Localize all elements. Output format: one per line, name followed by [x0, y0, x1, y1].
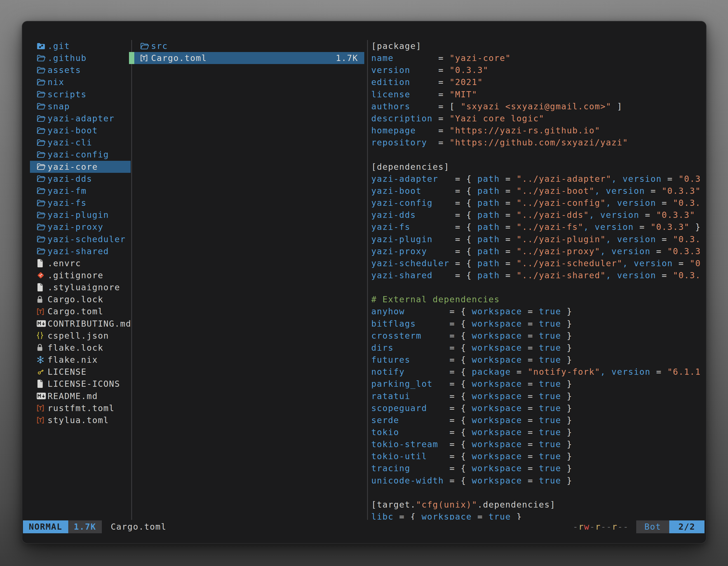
folder-icon: [36, 114, 48, 123]
row-readme-md[interactable]: README.md: [30, 390, 131, 402]
file-name: README.md: [48, 390, 98, 402]
row-contributing-md[interactable]: CONTRIBUTING.md: [30, 318, 131, 330]
file-size: 1.7K: [336, 52, 358, 64]
file-name: .gitignore: [48, 269, 104, 281]
row-yazi-proxy[interactable]: yazi-proxy: [30, 221, 131, 233]
row-license[interactable]: LICENSE: [30, 366, 131, 378]
row-yazi-shared[interactable]: yazi-shared: [30, 245, 131, 257]
selection-marker: [129, 40, 134, 52]
preview-line: name = "yazi-core": [371, 52, 706, 64]
file-name: yazi-fs: [48, 197, 87, 209]
file-name: yazi-fm: [48, 185, 87, 197]
file-name: yazi-scheduler: [48, 233, 126, 245]
row-yazi-fm[interactable]: yazi-fm: [30, 185, 131, 197]
file-size-indicator: 1.7K: [68, 520, 102, 533]
file-name: .envrc: [48, 257, 81, 269]
row-yazi-adapter[interactable]: yazi-adapter: [30, 112, 131, 125]
git-icon: [36, 271, 48, 280]
row-yazi-core[interactable]: yazi-core: [30, 161, 131, 173]
preview-line: [dependencies]: [371, 161, 706, 173]
row-stylua-toml[interactable]: stylua.toml: [30, 414, 131, 426]
file-name: stylua.toml: [48, 414, 109, 426]
preview-line: ratatui = { workspace = true }: [371, 390, 706, 402]
file-icon: [36, 283, 48, 292]
toml-icon: [36, 404, 48, 412]
file-name: yazi-proxy: [48, 221, 104, 233]
row-github[interactable]: .github: [30, 52, 131, 64]
file-name: nix: [48, 76, 64, 88]
preview-line: [371, 487, 706, 499]
file-icon: [36, 259, 48, 268]
row-yazi-scheduler[interactable]: yazi-scheduler: [30, 233, 131, 245]
preview-line: repository = "https://github.com/sxyazi/…: [371, 137, 706, 149]
row-yazi-config[interactable]: yazi-config: [30, 149, 131, 161]
file-name: yazi-config: [48, 149, 109, 161]
row-cargo-toml[interactable]: Cargo.toml: [30, 305, 131, 317]
row-styluaignore[interactable]: .styluaignore: [30, 281, 131, 293]
row-yazi-plugin[interactable]: yazi-plugin: [30, 209, 131, 221]
row-license-icons[interactable]: LICENSE-ICONS: [30, 378, 131, 390]
file-name: yazi-plugin: [48, 209, 109, 221]
preview-line: yazi-config = { path = "../yazi-config",…: [371, 197, 706, 209]
status-bar: NORMAL 1.7K Cargo.toml -rw-r--r-- Bot 2/…: [23, 520, 704, 533]
folder-icon: [36, 187, 48, 195]
parent-pane: .git.githubassetsnixscriptssnapyazi-adap…: [30, 40, 131, 520]
preview-line: [371, 281, 706, 293]
toml-icon: [140, 54, 151, 62]
row-snap[interactable]: snap: [30, 100, 131, 112]
file-name: src: [151, 40, 168, 52]
toml-icon: [36, 416, 48, 424]
row-yazi-cli[interactable]: yazi-cli: [30, 137, 131, 149]
preview-line: description = "Yazi core logic": [371, 112, 706, 125]
folder-icon: [36, 163, 48, 171]
row-cargo-lock[interactable]: Cargo.lock: [30, 293, 131, 305]
selection-marker: [129, 52, 134, 64]
row-nix[interactable]: nix: [30, 76, 131, 88]
row-yazi-boot[interactable]: yazi-boot: [30, 125, 131, 137]
preview-line: [371, 149, 706, 161]
file-name: snap: [48, 100, 70, 112]
folder-icon: [36, 78, 48, 86]
row-gitignore[interactable]: .gitignore: [30, 269, 131, 281]
folder-icon: [36, 247, 48, 255]
preview-line: serde = { workspace = true }: [371, 414, 706, 426]
row-cspell-json[interactable]: cspell.json: [30, 330, 131, 342]
file-name: yazi-adapter: [48, 112, 115, 125]
preview-line: license = "MIT": [371, 88, 706, 100]
nix-icon: [36, 356, 48, 364]
preview-line: yazi-scheduler = { path = "../yazi-sched…: [371, 257, 706, 269]
folder-icon: [36, 223, 48, 231]
preview-line: yazi-boot = { path = "../yazi-boot", ver…: [371, 185, 706, 197]
preview-line: authors = [ "sxyazi <sxyazi@gmail.com>" …: [371, 100, 706, 112]
preview-line: homepage = "https://yazi-rs.github.io": [371, 125, 706, 137]
row-git[interactable]: .git: [30, 40, 131, 52]
mode-indicator: NORMAL: [23, 520, 68, 533]
row-yazi-dds[interactable]: yazi-dds: [30, 173, 131, 185]
preview-line: bitflags = { workspace = true }: [371, 318, 706, 330]
file-name: Cargo.lock: [48, 293, 104, 305]
row-envrc[interactable]: .envrc: [30, 257, 131, 269]
row-scripts[interactable]: scripts: [30, 88, 131, 100]
row-flake-lock[interactable]: flake.lock: [30, 342, 131, 354]
cursor-position-indicator: 2/2: [669, 520, 704, 533]
file-icon: [36, 379, 48, 388]
file-name: rustfmt.toml: [48, 402, 115, 414]
file-name: CONTRIBUTING.md: [48, 318, 131, 330]
file-name: flake.nix: [48, 354, 98, 366]
row-src[interactable]: src: [129, 40, 364, 52]
permissions-indicator: -rw-r--r--: [573, 520, 629, 533]
row-rustfmt-toml[interactable]: rustfmt.toml: [30, 402, 131, 414]
row-flake-nix[interactable]: flake.nix: [30, 354, 131, 366]
folder-icon: [36, 235, 48, 243]
folder-icon: [36, 151, 48, 159]
row-assets[interactable]: assets: [30, 64, 131, 76]
folder-icon: [36, 199, 48, 207]
row-yazi-fs[interactable]: yazi-fs: [30, 197, 131, 209]
file-name: cspell.json: [48, 330, 109, 342]
preview-line: [package]: [371, 40, 706, 52]
preview-line: yazi-plugin = { path = "../yazi-plugin",…: [371, 233, 706, 245]
row-cargo-toml[interactable]: Cargo.toml1.7K: [129, 52, 364, 64]
file-name: Cargo.toml: [151, 52, 207, 64]
preview-pane[interactable]: [package]name = "yazi-core"version = "0.…: [371, 40, 706, 520]
folder-icon: [36, 175, 48, 183]
